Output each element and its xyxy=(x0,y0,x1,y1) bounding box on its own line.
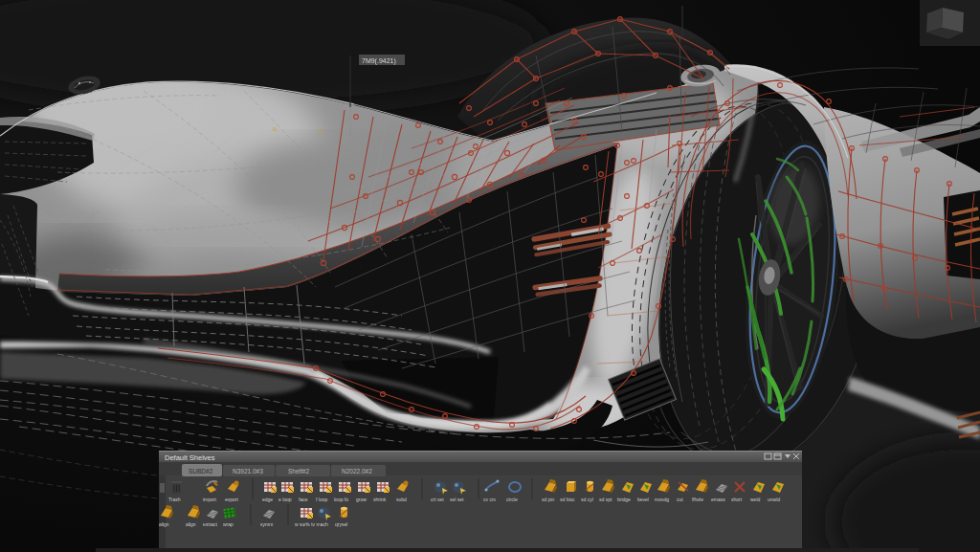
svg-text:SUBD#2: SUBD#2 xyxy=(189,468,213,475)
svg-text:sd cyl: sd cyl xyxy=(581,497,593,502)
svg-text:Shelf#2: Shelf#2 xyxy=(288,468,309,475)
svg-text:align: align xyxy=(186,521,196,527)
svg-text:w surfs tv mach: w surfs tv mach xyxy=(295,521,328,527)
svg-text:wrap: wrap xyxy=(223,521,234,527)
svg-text:sel set: sel set xyxy=(450,497,464,502)
svg-text:face: face xyxy=(299,497,308,502)
svg-text:import: import xyxy=(203,497,217,502)
svg-text:bridge: bridge xyxy=(617,497,631,502)
svg-text:emass: emass xyxy=(711,497,725,502)
svg-text:N3921.0#3: N3921.0#3 xyxy=(233,468,263,475)
svg-text:symm: symm xyxy=(260,521,273,527)
svg-text:e loop: e loop xyxy=(278,497,292,502)
svg-text:cv crv: cv crv xyxy=(483,497,497,502)
svg-text:sd spt: sd spt xyxy=(599,497,612,502)
svg-text:loop fo: loop fo xyxy=(334,497,348,502)
svg-text:edge: edge xyxy=(262,497,273,502)
svg-text:f loop: f loop xyxy=(316,497,327,502)
svg-text:movdg: movdg xyxy=(655,497,669,502)
svg-text:lfhole: lfhole xyxy=(692,497,703,502)
svg-text:shrink: shrink xyxy=(373,497,387,502)
svg-text:crt set: crt set xyxy=(431,497,444,502)
svg-text:Default Shelves: Default Shelves xyxy=(165,453,215,462)
svg-text:Trash: Trash xyxy=(168,497,181,502)
svg-text:bevel: bevel xyxy=(637,497,649,502)
svg-text:N2022.0#2: N2022.0#2 xyxy=(342,468,372,475)
svg-text:short: short xyxy=(731,497,743,502)
svg-text:sd bisc: sd bisc xyxy=(560,497,575,502)
svg-text:align: align xyxy=(159,521,169,527)
svg-text:grow: grow xyxy=(356,497,367,502)
svg-text:circle: circle xyxy=(506,497,518,502)
svg-text:export: export xyxy=(225,497,239,502)
svg-text:weld: weld xyxy=(750,497,761,502)
svg-text:unwld: unwld xyxy=(768,497,780,502)
svg-text:cut: cut xyxy=(677,497,683,502)
svg-text:extract: extract xyxy=(203,521,218,527)
svg-text:qrysel: qrysel xyxy=(335,521,347,527)
svg-text:sd pin: sd pin xyxy=(542,497,555,502)
svg-text:subd: subd xyxy=(396,497,407,502)
